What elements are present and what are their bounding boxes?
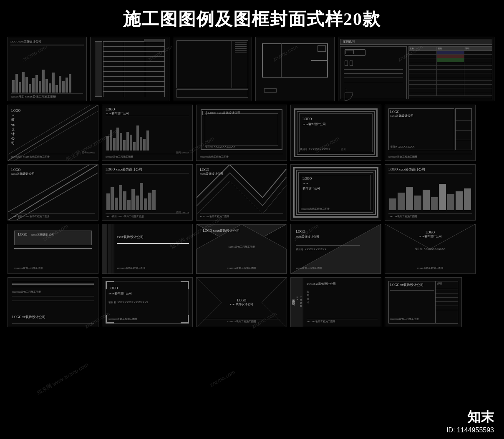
card-r4c5[interactable]: LOGOxxxx装饰设计公司 项目名: XXXXXXXXXXXX xxxxx装饰… [385, 224, 476, 274]
row-3: LOGOxxxx装饰设计公司 xxxxx项目 xxxxx装饰工程施工图册 LOG… [8, 164, 496, 221]
row-2: LOGOxx装饰设计公司 xxxxx项目 xxxxx装饰工程施工图册 图号 xx… [8, 105, 496, 161]
card-r1-1[interactable]: LOGO xxx装饰设计公司 [8, 37, 87, 101]
card-r5c3[interactable]: LOGOxxxx装饰设计公司 xxxxxxx装饰工程施工图册 [196, 277, 287, 327]
card-r4c4[interactable]: LOGOxxxx装饰设计公司 项目名: XXXXXXXXXXXX xxxxx装饰… [290, 224, 381, 274]
card-r1-1-bottom: xxxxx项目 xxxxx装饰工程施工图册 [11, 93, 83, 99]
grid-container: LOGO xxx装饰设计公司 [0, 37, 504, 331]
card-r1-4[interactable] [255, 37, 335, 101]
card-r4c1[interactable]: LOGO xxxx装饰设计公司 xxxxxxx装饰工程施工图册 [8, 224, 98, 274]
card-r2c2[interactable]: LOGOxxxx装饰设计公司 xxxxxx装 [102, 105, 193, 161]
card-r5c1[interactable]: xxxxxxx装饰工程施工图册 LOGO xx装饰设计公司 [8, 277, 98, 327]
watermark-13: 知末网 www.znzmo.com [35, 361, 90, 397]
watermark-14: znzmo.com [209, 369, 236, 388]
svg-line-4 [16, 173, 98, 220]
card-r3c4[interactable]: LOGOxxxx装饰设计公司 xxxxxxx装饰工程施工图册 [290, 164, 381, 221]
id-text: ID: 1144955593 [446, 426, 494, 434]
card-r2c4[interactable]: LOGOxxxx装饰设计公司 项目名: XXXXXXXXXXXX 图号 [290, 105, 381, 161]
svg-line-12 [262, 278, 286, 302]
card-r1-5[interactable]: 案例说明 ↑ [338, 37, 494, 101]
card-r4c2[interactable]: xxxx装饰设计公司 xxxxxxx装饰工程施工图册 [102, 224, 193, 274]
page-title: 施工图图例及图框封面式样20款 [0, 0, 504, 37]
card-r2c3[interactable]: LOGO xxxx装饰设计公司 项目名: XXXXXXXXXXXX xxxxxx… [196, 105, 287, 161]
card-r4c3[interactable]: LOGO xxxx装饰设计公司 xxxxx装饰工程施工图册 xxxxxxx装饰工… [196, 224, 287, 274]
card-r1-3[interactable] [173, 37, 252, 101]
card-r5c4[interactable]: LOGOxx装饰设计公司 LOGO xx装饰设计公司 装饰设计 xxxxxxx装… [290, 277, 381, 327]
card-r3c5[interactable]: LOGO xxxx装饰设计公司 xxxxxxx装饰工程施工图册 [385, 164, 476, 221]
card-r5c5[interactable]: 说明 LOGO xx装饰设计公司 xxxxxxx装饰工程施工图册 [385, 277, 462, 327]
svg-line-11 [197, 278, 222, 302]
card-r3c1[interactable]: LOGOxxxx装饰设计公司 xxxxx项目 xxxxx装饰工程施工图册 [8, 164, 98, 221]
card-r3c2[interactable]: LOGO xxxx装饰设计公司 图号 xxxxxx [102, 164, 193, 221]
card-r1-2[interactable] [90, 37, 169, 101]
bottom-branding: 知末 ID: 1144955593 [446, 408, 494, 434]
row-5: xxxxxxx装饰工程施工图册 LOGO xx装饰设计公司 LOGOxxxx装饰… [8, 277, 496, 327]
card-r3c3[interactable]: LOGOxxxx装饰设计公司 xx xxxxx装饰工程施工图册 [196, 164, 287, 221]
row-4: LOGO xxxx装饰设计公司 xxxxxxx装饰工程施工图册 xxxx装饰设计… [8, 224, 496, 274]
row-1: LOGO xxx装饰设计公司 [8, 37, 496, 101]
card-r2c1[interactable]: LOGOxx装饰设计公司 xxxxx项目 xxxxx装饰工程施工图册 图号 xx… [8, 105, 98, 161]
card-r5c2[interactable]: LOGOxxxx装饰设计公司 项目名: XXXXXXXXXXXXXXXXX xx… [102, 277, 193, 327]
znmo-logo: 知末 [467, 408, 494, 426]
card-r2c5[interactable]: LOGOxxxx装饰设计公司 项目名 XXXXXXXXX xxxxxxx装饰工程… [385, 105, 476, 161]
